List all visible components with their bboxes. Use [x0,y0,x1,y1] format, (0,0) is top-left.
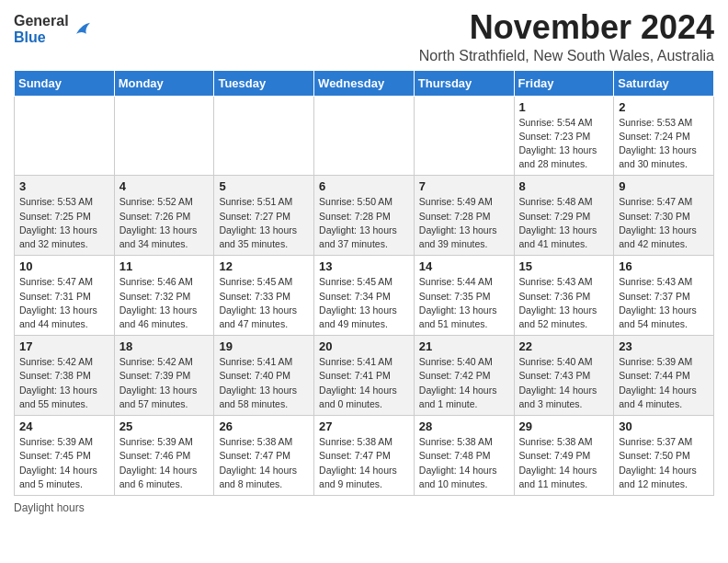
day-number: 12 [219,259,309,273]
day-info: Sunrise: 5:43 AMSunset: 7:36 PMDaylight:… [519,275,609,331]
day-cell [414,96,514,176]
logo: General Blue [14,13,93,45]
day-info: Sunrise: 5:53 AMSunset: 7:24 PMDaylight:… [619,116,709,172]
day-cell: 1Sunrise: 5:54 AMSunset: 7:23 PMDaylight… [514,96,614,176]
day-number: 10 [19,259,109,273]
week-row-1: 1Sunrise: 5:54 AMSunset: 7:23 PMDaylight… [15,96,714,176]
weekday-header-thursday: Thursday [414,70,514,96]
day-number: 23 [619,339,709,353]
day-info: Sunrise: 5:53 AMSunset: 7:25 PMDaylight:… [19,195,109,251]
day-cell: 4Sunrise: 5:52 AMSunset: 7:26 PMDaylight… [114,176,214,256]
header: General Blue November 2024 North Strathf… [14,9,714,64]
day-info: Sunrise: 5:44 AMSunset: 7:35 PMDaylight:… [419,275,509,331]
day-number: 6 [319,179,409,193]
day-cell: 25Sunrise: 5:39 AMSunset: 7:46 PMDayligh… [114,416,214,496]
week-row-4: 17Sunrise: 5:42 AMSunset: 7:38 PMDayligh… [15,336,714,416]
day-info: Sunrise: 5:48 AMSunset: 7:29 PMDaylight:… [519,195,609,251]
day-info: Sunrise: 5:39 AMSunset: 7:46 PMDaylight:… [119,435,210,491]
day-number: 14 [419,259,509,273]
title-block: November 2024 North Strathfield, New Sou… [419,9,714,64]
day-cell: 26Sunrise: 5:38 AMSunset: 7:47 PMDayligh… [214,416,314,496]
weekday-header-saturday: Saturday [614,70,714,96]
week-row-2: 3Sunrise: 5:53 AMSunset: 7:25 PMDaylight… [15,176,714,256]
day-info: Sunrise: 5:42 AMSunset: 7:39 PMDaylight:… [119,355,210,411]
day-cell: 3Sunrise: 5:53 AMSunset: 7:25 PMDaylight… [15,176,115,256]
day-number: 9 [619,179,709,193]
day-info: Sunrise: 5:45 AMSunset: 7:33 PMDaylight:… [219,275,309,331]
day-info: Sunrise: 5:51 AMSunset: 7:27 PMDaylight:… [219,195,309,251]
day-number: 26 [219,419,309,433]
subtitle: North Strathfield, New South Wales, Aust… [419,48,714,64]
calendar-table: SundayMondayTuesdayWednesdayThursdayFrid… [14,70,714,496]
day-cell: 2Sunrise: 5:53 AMSunset: 7:24 PMDaylight… [614,96,714,176]
day-info: Sunrise: 5:38 AMSunset: 7:49 PMDaylight:… [519,435,609,491]
day-number: 19 [219,339,309,353]
day-info: Sunrise: 5:46 AMSunset: 7:32 PMDaylight:… [119,275,210,331]
day-cell: 29Sunrise: 5:38 AMSunset: 7:49 PMDayligh… [514,416,614,496]
day-info: Sunrise: 5:45 AMSunset: 7:34 PMDaylight:… [319,275,409,331]
day-cell: 6Sunrise: 5:50 AMSunset: 7:28 PMDaylight… [314,176,415,256]
footer-note: Daylight hours [14,501,714,514]
day-cell [214,96,314,176]
day-number: 7 [419,179,509,193]
weekday-header-monday: Monday [114,70,214,96]
day-number: 4 [119,179,210,193]
weekday-header-row: SundayMondayTuesdayWednesdayThursdayFrid… [15,70,714,96]
day-info: Sunrise: 5:52 AMSunset: 7:26 PMDaylight:… [119,195,210,251]
day-cell [15,96,115,176]
day-info: Sunrise: 5:47 AMSunset: 7:30 PMDaylight:… [619,195,709,251]
day-number: 25 [119,419,210,433]
day-info: Sunrise: 5:50 AMSunset: 7:28 PMDaylight:… [319,195,409,251]
day-cell: 11Sunrise: 5:46 AMSunset: 7:32 PMDayligh… [114,256,214,336]
day-cell: 27Sunrise: 5:38 AMSunset: 7:47 PMDayligh… [314,416,415,496]
day-cell: 10Sunrise: 5:47 AMSunset: 7:31 PMDayligh… [15,256,115,336]
day-info: Sunrise: 5:38 AMSunset: 7:47 PMDaylight:… [319,435,409,491]
day-number: 3 [19,179,109,193]
day-info: Sunrise: 5:39 AMSunset: 7:45 PMDaylight:… [19,435,109,491]
day-number: 5 [219,179,309,193]
day-number: 21 [419,339,509,353]
day-cell: 23Sunrise: 5:39 AMSunset: 7:44 PMDayligh… [614,336,714,416]
day-cell: 9Sunrise: 5:47 AMSunset: 7:30 PMDaylight… [614,176,714,256]
day-number: 1 [519,100,609,114]
day-cell: 22Sunrise: 5:40 AMSunset: 7:43 PMDayligh… [514,336,614,416]
day-number: 27 [319,419,409,433]
day-cell: 30Sunrise: 5:37 AMSunset: 7:50 PMDayligh… [614,416,714,496]
day-cell: 19Sunrise: 5:41 AMSunset: 7:40 PMDayligh… [214,336,314,416]
day-cell: 12Sunrise: 5:45 AMSunset: 7:33 PMDayligh… [214,256,314,336]
day-number: 20 [319,339,409,353]
main-title: November 2024 [419,9,714,46]
day-number: 2 [619,100,709,114]
day-cell: 5Sunrise: 5:51 AMSunset: 7:27 PMDaylight… [214,176,314,256]
day-number: 8 [519,179,609,193]
day-info: Sunrise: 5:42 AMSunset: 7:38 PMDaylight:… [19,355,109,411]
day-info: Sunrise: 5:41 AMSunset: 7:41 PMDaylight:… [319,355,409,411]
weekday-header-friday: Friday [514,70,614,96]
logo-bird-icon [71,18,93,40]
day-info: Sunrise: 5:40 AMSunset: 7:43 PMDaylight:… [519,355,609,411]
day-cell: 13Sunrise: 5:45 AMSunset: 7:34 PMDayligh… [314,256,415,336]
day-info: Sunrise: 5:47 AMSunset: 7:31 PMDaylight:… [19,275,109,331]
day-cell: 17Sunrise: 5:42 AMSunset: 7:38 PMDayligh… [15,336,115,416]
week-row-5: 24Sunrise: 5:39 AMSunset: 7:45 PMDayligh… [15,416,714,496]
logo-general: General [14,13,69,29]
day-info: Sunrise: 5:54 AMSunset: 7:23 PMDaylight:… [519,116,609,172]
day-number: 16 [619,259,709,273]
day-number: 18 [119,339,210,353]
day-cell: 7Sunrise: 5:49 AMSunset: 7:28 PMDaylight… [414,176,514,256]
day-cell: 18Sunrise: 5:42 AMSunset: 7:39 PMDayligh… [114,336,214,416]
day-number: 28 [419,419,509,433]
weekday-header-wednesday: Wednesday [314,70,415,96]
day-info: Sunrise: 5:49 AMSunset: 7:28 PMDaylight:… [419,195,509,251]
day-number: 11 [119,259,210,273]
day-number: 15 [519,259,609,273]
day-number: 17 [19,339,109,353]
day-cell [314,96,415,176]
day-cell: 28Sunrise: 5:38 AMSunset: 7:48 PMDayligh… [414,416,514,496]
day-number: 24 [19,419,109,433]
day-number: 30 [619,419,709,433]
weekday-header-tuesday: Tuesday [214,70,314,96]
day-info: Sunrise: 5:43 AMSunset: 7:37 PMDaylight:… [619,275,709,331]
logo-blue: Blue [14,29,69,46]
day-cell [114,96,214,176]
